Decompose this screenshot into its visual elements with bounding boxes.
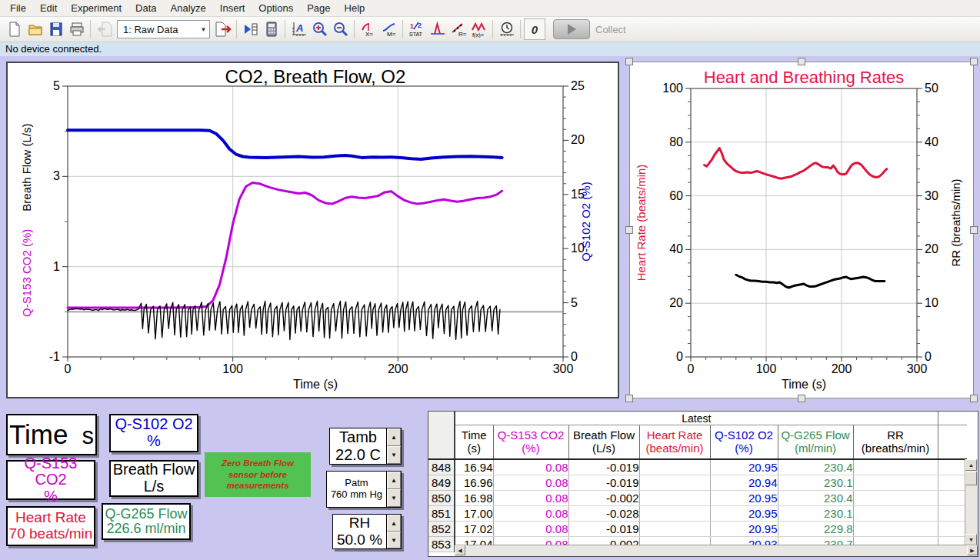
table-row-number[interactable]: 852 (428, 522, 455, 537)
patm-spinner[interactable]: Patm 760 mm Hg ▲ ▼ (326, 471, 402, 508)
table-cell[interactable]: 230.1 (778, 506, 853, 522)
table-cell[interactable]: -0.019 (568, 459, 639, 475)
menu-item-help[interactable]: Help (338, 1, 372, 15)
y-axis-label[interactable]: Q-S102 O2 (%) (579, 182, 592, 261)
table-cell[interactable]: 20.94 (710, 475, 778, 491)
chart-title[interactable]: Heart and Breathing Rates (704, 68, 905, 87)
menu-item-options[interactable]: Options (252, 1, 300, 15)
curve-fit-button[interactable] (468, 19, 489, 40)
table-cell[interactable] (853, 459, 938, 475)
y-axis-label[interactable]: RR (breaths/min) (949, 178, 962, 266)
table-cell[interactable]: 17.00 (455, 506, 493, 522)
table-cell[interactable]: 0.08 (493, 475, 568, 491)
table-cell[interactable]: 16.98 (455, 491, 493, 506)
table-cell[interactable]: -0.019 (568, 475, 639, 491)
vertical-scroll-thumb[interactable] (965, 472, 977, 485)
table-cell[interactable]: 229.8 (778, 522, 853, 537)
run-selector-dropdown[interactable]: 1: Raw Data▼ (117, 20, 210, 38)
tamb-up-button[interactable]: ▲ (387, 428, 401, 446)
rh-down-button[interactable]: ▼ (387, 532, 401, 548)
table-cell[interactable]: -0.019 (568, 522, 639, 537)
table-cell[interactable]: 230.4 (778, 491, 853, 506)
table-row-number[interactable]: 849 (428, 475, 455, 491)
scroll-left-button[interactable]: ◀ (455, 545, 465, 555)
table-cell[interactable]: 20.95 (710, 459, 778, 475)
y-axis-label[interactable]: Heart Rate (beats/min) (635, 165, 648, 282)
heart-rate-meter[interactable]: Heart Rate 70 beats/min (6, 506, 95, 546)
menu-item-experiment[interactable]: Experiment (64, 1, 128, 15)
new-file-button[interactable] (4, 19, 25, 40)
co2-meter[interactable]: Q-S153 CO2 % (6, 460, 95, 500)
selection-handle[interactable] (798, 395, 805, 402)
rh-up-button[interactable]: ▲ (387, 515, 401, 532)
table-cell[interactable]: 0.08 (493, 522, 568, 537)
table-cell[interactable]: 17.02 (455, 522, 493, 537)
o2-meter[interactable]: Q-S102 O2 % (109, 414, 198, 452)
collect-button[interactable] (553, 19, 590, 39)
table-cell[interactable] (639, 475, 710, 491)
table-row-number[interactable]: 848 (428, 459, 455, 475)
table-cell[interactable]: 20.95 (710, 491, 778, 506)
time-meter[interactable]: Time s (6, 414, 97, 455)
menu-item-analyze[interactable]: Analyze (164, 1, 213, 15)
menu-item-file[interactable]: File (3, 1, 33, 15)
table-cell[interactable]: 0.08 (493, 491, 568, 506)
statistics-button[interactable] (406, 19, 427, 40)
table-col-header[interactable]: Q-S153 CO2(%) (493, 425, 568, 460)
tamb-down-button[interactable]: ▼ (387, 446, 401, 464)
table-cell[interactable]: 230.1 (778, 475, 853, 491)
y-axis-label[interactable]: Breath Flow (L/s) (20, 123, 33, 211)
table-cell[interactable]: 230.4 (778, 459, 853, 475)
sticky-note[interactable]: Zero Breath Flow sensor before measureme… (205, 452, 311, 497)
selection-handle[interactable] (970, 58, 978, 65)
open-file-button[interactable] (25, 19, 45, 40)
table-row-number[interactable]: 851 (428, 506, 455, 522)
table-col-header[interactable]: Breath Flow(L/s) (568, 425, 639, 460)
table-horizontal-scrollbar[interactable]: ◀ ▶ (455, 545, 978, 556)
table-col-header[interactable]: Q-G265 Flow(ml/min) (778, 425, 853, 460)
table-cell[interactable] (639, 506, 710, 522)
print-button[interactable] (66, 19, 87, 40)
graph-options-button[interactable] (288, 19, 309, 40)
menu-item-edit[interactable]: Edit (33, 1, 64, 15)
scroll-up-button[interactable]: ▲ (965, 459, 977, 471)
breath-flow-meter[interactable]: Breath Flow L/s (109, 460, 198, 497)
data-collection-button[interactable] (496, 19, 517, 40)
selection-handle[interactable] (625, 395, 633, 402)
selection-handle[interactable] (625, 58, 633, 65)
linear-fit-button[interactable] (448, 19, 468, 40)
table-col-header[interactable]: Heart Rate(beats/min) (639, 425, 710, 460)
integral-button[interactable] (427, 19, 448, 40)
table-cell[interactable] (639, 459, 710, 475)
prev-page-button[interactable] (94, 19, 115, 40)
table-cell[interactable] (853, 475, 938, 491)
selection-handle[interactable] (970, 395, 978, 402)
data-table-button[interactable] (261, 19, 282, 40)
table-cell[interactable]: 0.08 (493, 459, 568, 475)
selection-handle[interactable] (625, 226, 633, 234)
table-cell[interactable]: -0.002 (568, 491, 639, 506)
scroll-right-button[interactable]: ▶ (967, 545, 978, 555)
examine-button[interactable] (358, 19, 378, 40)
tangent-button[interactable] (378, 19, 399, 40)
menu-item-page[interactable]: Page (300, 1, 337, 15)
table-col-header[interactable]: Q-S102 O2(%) (710, 425, 778, 460)
patm-up-button[interactable]: ▲ (387, 472, 401, 489)
scroll-down-button[interactable]: ▼ (965, 534, 977, 545)
store-run-button[interactable] (240, 19, 261, 40)
next-page-button[interactable] (212, 19, 233, 40)
table-row-number[interactable]: 850 (428, 491, 455, 506)
g265-flow-meter[interactable]: Q-G265 Flow 226.6 ml/min (102, 503, 191, 540)
chevron-down-icon[interactable]: ▼ (198, 26, 209, 33)
table-cell[interactable] (639, 491, 710, 506)
chart-title[interactable]: CO2, Breath Flow, O2 (225, 66, 406, 87)
table-cell[interactable] (853, 522, 938, 537)
table-cell[interactable]: 16.96 (455, 475, 493, 491)
menu-item-data[interactable]: Data (128, 1, 163, 15)
table-cell[interactable]: 16.94 (455, 459, 493, 475)
table-cell[interactable]: 20.95 (710, 506, 778, 522)
table-col-header[interactable]: RR(breaths/min) (853, 425, 938, 460)
data-table[interactable]: LatestTime(s)Q-S153 CO2(%)Breath Flow(L/… (428, 411, 978, 557)
patm-down-button[interactable]: ▼ (387, 489, 401, 507)
selection-handle[interactable] (970, 226, 978, 234)
